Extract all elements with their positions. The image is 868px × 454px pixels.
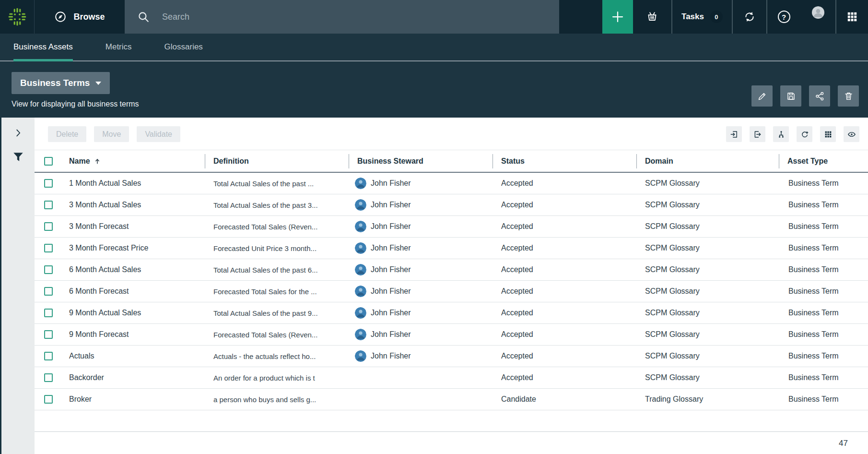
sync-button[interactable] [733,0,766,34]
save-icon [786,91,796,101]
share-view-button[interactable] [809,85,830,107]
top-bar: Browse Tasks [0,0,868,34]
cell-status: Accepted [493,265,636,274]
export-button[interactable] [750,126,765,142]
cell-name: 9 Month Actual Sales [62,309,205,317]
cell-asset-type: Business Term [779,352,868,360]
column-header-asset-type[interactable]: Asset Type [779,150,868,172]
help-button[interactable] [767,0,800,34]
sidebar-expand-button[interactable] [10,125,27,141]
cell-domain: SCPM Glossary [636,352,779,360]
browse-button[interactable]: Browse [35,0,125,34]
table-row[interactable]: 9 Month Forecast Forecasted Total Sales … [35,324,868,346]
total-count: 47 [839,439,848,448]
hierarchy-button[interactable] [773,126,789,142]
row-checkbox[interactable] [44,287,53,296]
cell-name: 6 Month Actual Sales [62,265,205,274]
table-row[interactable]: Broker a person who buys and sells g... … [35,389,868,410]
row-checkbox[interactable] [44,244,53,252]
delete-view-button[interactable] [838,85,859,107]
column-header-domain[interactable]: Domain [636,150,779,172]
row-checkbox[interactable] [44,179,53,188]
table-spacer [35,410,868,432]
view-header: Business Terms View for displaying all b… [0,61,868,118]
cell-status: Accepted [493,201,636,209]
cell-definition: An order for a product which is t [205,374,349,382]
sync-icon [743,11,756,23]
tasks-button[interactable]: Tasks 0 [672,0,732,34]
cell-domain: Trading Glossary [636,395,779,404]
table-row[interactable]: 3 Month Forecast Price Forecasted Unit P… [35,238,868,259]
cell-name: 6 Month Forecast [62,287,205,296]
row-checkbox[interactable] [44,265,53,274]
delete-button[interactable]: Delete [48,126,86,142]
search-input[interactable] [162,12,559,22]
cell-status: Accepted [493,352,636,360]
browse-label: Browse [73,12,105,22]
table-footer: 47 [35,432,868,454]
row-checkbox[interactable] [44,330,53,339]
view-subtitle: View for displaying all business terms [12,100,868,108]
column-header-name[interactable]: Name [62,150,205,172]
column-header-definition[interactable]: Definition [205,150,349,172]
cell-definition: Total Actual Sales of the past 6... [205,266,349,274]
columns-button[interactable] [820,126,836,142]
avatar-icon [808,6,829,27]
view-actions [751,85,859,107]
share-icon [815,91,825,101]
user-avatar[interactable] [800,0,835,34]
tab-metrics[interactable]: Metrics [106,34,132,60]
filter-button[interactable] [10,149,27,165]
cell-asset-type: Business Term [779,265,868,274]
import-icon [730,130,739,139]
row-checkbox[interactable] [44,201,53,209]
search-icon [137,11,150,23]
row-checkbox[interactable] [44,309,53,317]
filter-icon [12,151,24,163]
tab-business-assets[interactable]: Business Assets [13,34,73,60]
apps-grid-button[interactable] [836,0,868,34]
row-checkbox[interactable] [44,352,53,360]
table-row[interactable]: 1 Month Actual Sales Total Actual Sales … [35,173,868,194]
save-view-button[interactable] [780,85,801,107]
tab-glossaries[interactable]: Glossaries [164,34,203,60]
app-logo[interactable] [0,0,35,34]
refresh-button[interactable] [797,126,812,142]
eye-icon [847,130,856,139]
cell-domain: SCPM Glossary [636,330,779,339]
basket-button[interactable] [633,0,671,34]
edit-view-button[interactable] [751,85,773,107]
row-checkbox[interactable] [44,395,53,404]
table-row[interactable]: Actuals Actuals - the actuals reflect ho… [35,346,868,367]
validate-button[interactable]: Validate [137,126,180,142]
table-row[interactable]: 6 Month Actual Sales Total Actual Sales … [35,259,868,281]
steward-avatar [355,199,366,211]
cell-business-steward: John Fisher [349,264,493,275]
preview-button[interactable] [844,126,859,142]
view-title-dropdown[interactable]: Business Terms [12,72,110,94]
trash-icon [844,91,854,101]
table-tools [726,126,859,142]
select-all-checkbox[interactable] [44,157,53,166]
hierarchy-icon [777,130,786,139]
column-header-status[interactable]: Status [493,150,636,172]
table-row[interactable]: Backorder An order for a product which i… [35,367,868,389]
create-asset-button[interactable] [602,0,633,34]
steward-name: John Fisher [371,201,411,209]
table-row[interactable]: 9 Month Actual Sales Total Actual Sales … [35,302,868,324]
cell-business-steward: John Fisher [349,329,493,340]
cell-domain: SCPM Glossary [636,201,779,209]
table-toolbar: Delete Move Validate [35,126,868,142]
import-button[interactable] [726,126,742,142]
cell-domain: SCPM Glossary [636,373,779,382]
steward-name: John Fisher [371,179,411,188]
row-checkbox[interactable] [44,373,53,382]
column-header-business-steward[interactable]: Business Steward [349,150,493,172]
table-row[interactable]: 3 Month Actual Sales Total Actual Sales … [35,194,868,216]
table-row[interactable]: 6 Month Forecast Forecasted Total Sales … [35,281,868,302]
row-checkbox[interactable] [44,222,53,231]
table-row[interactable]: 3 Month Forecast Forecasted Total Sales … [35,216,868,238]
move-button[interactable]: Move [94,126,129,142]
search-bar[interactable] [125,0,559,34]
cell-name: 3 Month Forecast Price [62,244,205,252]
